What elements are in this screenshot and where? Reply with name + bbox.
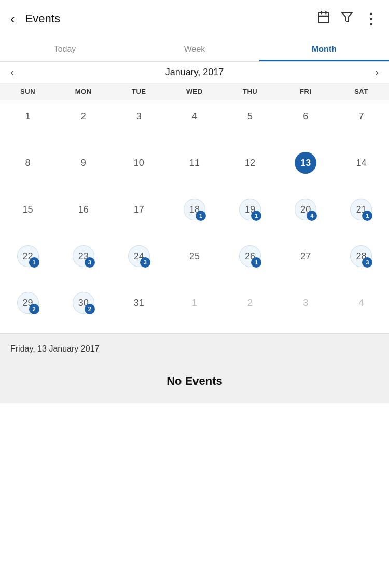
calendar-cell[interactable]: 204: [278, 193, 334, 240]
calendar-cell[interactable]: 2: [55, 100, 111, 147]
calendar-cell[interactable]: 3: [278, 287, 334, 333]
day-number: 13: [295, 152, 316, 174]
day-number: 1: [17, 105, 39, 127]
day-header-wed: WED: [166, 88, 222, 95]
next-month-button[interactable]: ›: [365, 66, 389, 79]
page-title: Events: [25, 12, 60, 25]
event-badge: 2: [29, 304, 39, 314]
day-number: 11: [184, 152, 205, 174]
day-number: 9: [73, 152, 94, 174]
calendar-cell[interactable]: 3: [111, 100, 166, 147]
day-number: 25: [184, 245, 205, 267]
event-badge: 3: [362, 257, 372, 268]
month-nav: ‹ January, 2017 ›: [0, 62, 389, 83]
calendar-cell[interactable]: 16: [55, 193, 111, 240]
filter-icon[interactable]: [341, 11, 353, 26]
calendar-cell[interactable]: 4: [334, 287, 389, 333]
calendar-cell[interactable]: 2: [223, 287, 278, 333]
day-number: 283: [350, 245, 372, 267]
day-number: 5: [239, 105, 261, 127]
calendar-cell[interactable]: 221: [0, 240, 55, 287]
calendar-cell[interactable]: 7: [334, 100, 389, 147]
day-number: 10: [128, 152, 150, 174]
calendar-cell[interactable]: 10: [111, 147, 166, 193]
calendar-cell[interactable]: 4: [166, 100, 222, 147]
day-number: 233: [73, 245, 94, 267]
header-icons: ⋮: [317, 10, 379, 27]
day-number: 2: [239, 292, 261, 314]
header-left: ‹ Events: [10, 11, 60, 27]
event-badge: 1: [29, 257, 39, 268]
calendar-cell[interactable]: 243: [111, 240, 166, 287]
day-number: 3: [128, 105, 150, 127]
calendar-cell[interactable]: 6: [278, 100, 334, 147]
day-number: 302: [73, 292, 94, 314]
calendar-icon[interactable]: [317, 10, 330, 27]
day-number: 14: [350, 152, 372, 174]
tabs: Today Week Month: [0, 37, 389, 62]
event-badge: 3: [140, 257, 150, 268]
month-nav-title: January, 2017: [165, 67, 224, 78]
prev-month-button[interactable]: ‹: [0, 66, 24, 79]
day-number: 27: [295, 245, 316, 267]
calendar-cell[interactable]: 1: [166, 287, 222, 333]
calendar-cell[interactable]: 14: [334, 147, 389, 193]
day-number: 181: [184, 199, 205, 220]
back-button[interactable]: ‹: [10, 11, 15, 27]
day-header-thu: THU: [223, 88, 278, 95]
day-number: 4: [184, 105, 205, 127]
calendar-cell[interactable]: 5: [223, 100, 278, 147]
day-headers: SUN MON TUE WED THU FRI SAT: [0, 83, 389, 100]
calendar-cell[interactable]: 211: [334, 193, 389, 240]
calendar-cell[interactable]: 1: [0, 100, 55, 147]
calendar-cell[interactable]: 283: [334, 240, 389, 287]
calendar-cell[interactable]: 13: [278, 147, 334, 193]
day-number: 261: [239, 245, 261, 267]
calendar-cell[interactable]: 27: [278, 240, 334, 287]
calendar-cell[interactable]: 15: [0, 193, 55, 240]
day-number: 12: [239, 152, 261, 174]
day-header-fri: FRI: [278, 88, 334, 95]
day-number: 1: [184, 292, 205, 314]
calendar-grid: 1234567891011121314151617181191204211221…: [0, 100, 389, 333]
day-number: 7: [350, 105, 372, 127]
day-header-tue: TUE: [111, 88, 166, 95]
event-badge: 1: [251, 257, 261, 268]
calendar-cell[interactable]: 25: [166, 240, 222, 287]
calendar-cell[interactable]: 8: [0, 147, 55, 193]
calendar-cell[interactable]: 191: [223, 193, 278, 240]
calendar-cell[interactable]: 302: [55, 287, 111, 333]
calendar-cell[interactable]: 31: [111, 287, 166, 333]
header: ‹ Events ⋮: [0, 0, 389, 37]
calendar-cell[interactable]: 9: [55, 147, 111, 193]
calendar-cell[interactable]: 292: [0, 287, 55, 333]
day-number: 31: [128, 292, 150, 314]
event-badge: 1: [362, 211, 372, 221]
day-number: 3: [295, 292, 316, 314]
calendar-cell[interactable]: 233: [55, 240, 111, 287]
calendar-cell[interactable]: 261: [223, 240, 278, 287]
event-badge: 2: [85, 304, 95, 314]
event-badge: 1: [196, 211, 206, 221]
day-number: 4: [350, 292, 372, 314]
tab-today[interactable]: Today: [0, 37, 130, 61]
tab-month[interactable]: Month: [259, 37, 389, 61]
day-number: 17: [128, 199, 150, 220]
day-number: 243: [128, 245, 150, 267]
calendar-cell[interactable]: 11: [166, 147, 222, 193]
day-header-mon: MON: [55, 88, 111, 95]
day-number: 15: [17, 199, 39, 220]
day-number: 2: [73, 105, 94, 127]
calendar-cell[interactable]: 181: [166, 193, 222, 240]
no-events-label: No Events: [10, 364, 379, 398]
day-header-sat: SAT: [334, 88, 389, 95]
event-badge: 3: [85, 257, 95, 268]
day-header-sun: SUN: [0, 88, 55, 95]
event-badge: 1: [251, 211, 261, 221]
tab-week[interactable]: Week: [130, 37, 259, 61]
day-number: 8: [17, 152, 39, 174]
calendar-cell[interactable]: 17: [111, 193, 166, 240]
calendar-cell[interactable]: 12: [223, 147, 278, 193]
day-number: 6: [295, 105, 316, 127]
more-icon[interactable]: ⋮: [364, 10, 379, 27]
